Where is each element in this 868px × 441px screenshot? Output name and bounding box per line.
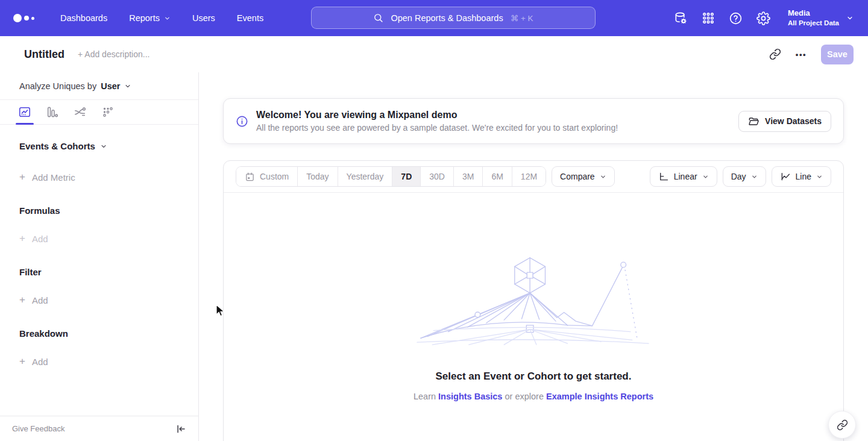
tab-funnels[interactable] <box>46 100 59 125</box>
breakdown-section-header: Breakdown <box>19 328 179 339</box>
save-button[interactable]: Save <box>821 45 854 64</box>
chevron-down-icon <box>100 143 107 150</box>
plus-icon: + <box>19 355 25 367</box>
mixpanel-logo-icon[interactable] <box>13 14 40 22</box>
global-search-input[interactable]: Open Reports & Dashboards ⌘ + K <box>311 7 596 29</box>
nav-item-reports[interactable]: Reports <box>129 13 171 23</box>
apps-grid-icon[interactable] <box>702 11 715 25</box>
share-link-fab[interactable] <box>828 411 856 439</box>
add-formula-button[interactable]: + Add <box>19 233 179 245</box>
date-range-7d[interactable]: 7D <box>392 167 421 186</box>
metric-type-tabs <box>0 100 198 125</box>
plus-icon: + <box>19 171 25 183</box>
view-datasets-button[interactable]: View Datasets <box>738 111 831 132</box>
scale-dropdown[interactable]: Linear <box>650 166 717 187</box>
info-icon <box>236 115 248 128</box>
tab-insights[interactable] <box>18 100 31 125</box>
folder-icon <box>748 116 760 127</box>
line-chart-icon <box>780 171 791 182</box>
report-canvas: Welcome! You are viewing a Mixpanel demo… <box>199 72 868 441</box>
data-management-icon[interactable] <box>674 11 688 25</box>
add-metric-button[interactable]: + Add Metric <box>19 171 179 183</box>
nav-item-users[interactable]: Users <box>192 13 215 23</box>
linear-scale-icon <box>658 171 669 182</box>
add-description-field[interactable]: + Add description... <box>78 49 149 59</box>
example-insights-reports-link[interactable]: Example Insights Reports <box>546 392 653 401</box>
collapse-sidebar-icon[interactable] <box>175 424 186 434</box>
empty-state: Select an Event or Cohort to get started… <box>224 253 843 401</box>
date-range-6m[interactable]: 6M <box>483 167 512 186</box>
chevron-down-icon <box>600 174 606 180</box>
analyze-value-dropdown[interactable]: User <box>101 81 120 91</box>
tab-flows[interactable] <box>74 100 87 125</box>
chevron-down-icon <box>751 174 758 180</box>
date-range-30d[interactable]: 30D <box>421 167 454 186</box>
empty-state-title: Select an Event or Cohort to get started… <box>224 371 843 383</box>
chevron-down-icon <box>816 174 823 180</box>
settings-gear-icon[interactable] <box>756 11 770 25</box>
query-builder-sidebar: Analyze Uniques by User <box>0 72 199 441</box>
empty-state-links: Learn Insights Basics or explore Example… <box>224 392 843 401</box>
project-scope: All Project Data <box>788 19 839 28</box>
insights-chart-card: Custom Today Yesterday 7D 30D 3M 6M 12M … <box>223 160 844 441</box>
project-name: Media <box>788 8 839 19</box>
events-cohorts-section-header[interactable]: Events & Cohorts <box>19 141 179 151</box>
report-title[interactable]: Untitled <box>24 48 64 61</box>
empty-state-illustration <box>416 253 651 346</box>
copy-link-icon[interactable] <box>769 48 781 60</box>
chevron-down-icon <box>164 15 171 22</box>
top-nav: Dashboards Reports Users Events Open Rep… <box>0 0 868 36</box>
welcome-banner: Welcome! You are viewing a Mixpanel demo… <box>223 98 844 144</box>
chevron-down-icon <box>846 14 854 22</box>
calendar-icon <box>245 172 255 182</box>
compare-dropdown[interactable]: Compare <box>552 166 615 187</box>
link-icon <box>837 419 848 431</box>
chevron-down-icon <box>702 174 709 180</box>
date-range-custom[interactable]: Custom <box>236 167 298 186</box>
chart-controls: Custom Today Yesterday 7D 30D 3M 6M 12M … <box>224 161 843 193</box>
report-header: Untitled + Add description... ••• Save <box>0 36 868 72</box>
search-shortcut: ⌘ + K <box>511 13 533 23</box>
primary-nav: Dashboards Reports Users Events <box>60 13 263 23</box>
date-range-segmented-control: Custom Today Yesterday 7D 30D 3M 6M 12M <box>236 166 546 187</box>
more-options-icon[interactable]: ••• <box>796 50 807 59</box>
filter-section-header: Filter <box>19 267 179 277</box>
formulas-section-header: Formulas <box>19 205 179 216</box>
date-range-yesterday[interactable]: Yesterday <box>338 167 393 186</box>
search-placeholder: Open Reports & Dashboards <box>391 13 503 23</box>
add-filter-button[interactable]: + Add <box>19 294 179 306</box>
chart-type-dropdown[interactable]: Line <box>772 166 831 187</box>
plus-icon: + <box>19 294 25 306</box>
search-icon <box>373 13 383 23</box>
interval-dropdown[interactable]: Day <box>723 166 766 187</box>
add-breakdown-button[interactable]: + Add <box>19 355 179 367</box>
plus-icon: + <box>19 233 25 245</box>
insights-basics-link[interactable]: Insights Basics <box>438 392 502 401</box>
banner-subtitle: All the reports you see are powered by a… <box>256 123 618 133</box>
date-range-12m[interactable]: 12M <box>512 167 546 186</box>
nav-item-dashboards[interactable]: Dashboards <box>60 13 107 23</box>
help-icon[interactable] <box>729 11 743 25</box>
date-range-today[interactable]: Today <box>298 167 338 186</box>
give-feedback-link[interactable]: Give Feedback <box>12 424 64 433</box>
date-range-3m[interactable]: 3M <box>454 167 483 186</box>
chevron-down-icon <box>124 83 131 90</box>
project-switcher[interactable]: Media All Project Data <box>788 8 854 28</box>
analyze-label: Analyze Uniques by <box>19 81 96 91</box>
banner-title: Welcome! You are viewing a Mixpanel demo <box>256 110 618 120</box>
nav-item-events[interactable]: Events <box>237 13 263 23</box>
tab-retention[interactable] <box>101 100 115 125</box>
